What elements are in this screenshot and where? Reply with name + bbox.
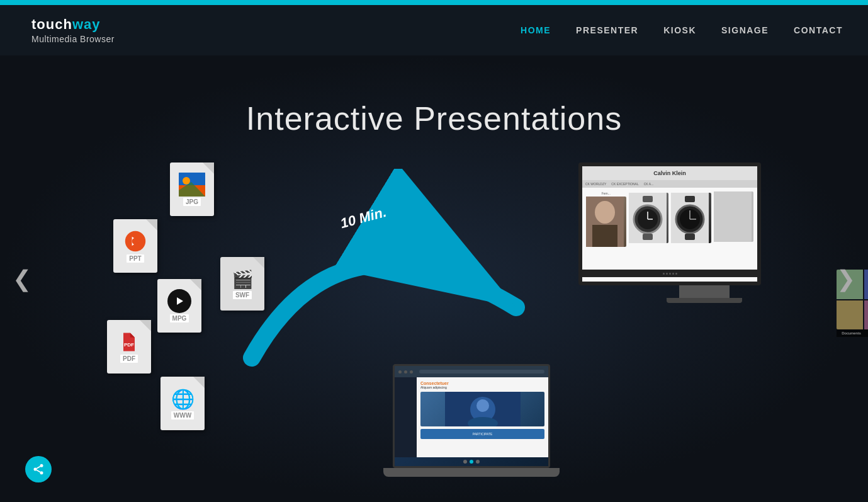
file-icon-ppt: PPT — [113, 219, 157, 273]
play-icon — [177, 297, 183, 305]
monitor-stand — [679, 285, 730, 298]
monitor-bottom-bar — [582, 270, 757, 277]
monitor-brand-header: Calvin Klein — [582, 166, 757, 180]
monitor-product-extra — [714, 191, 754, 266]
illustration-area: PPT JPG — [0, 150, 868, 502]
nav-presenter[interactable]: PRESENTER — [576, 25, 638, 35]
svg-rect-28 — [685, 234, 695, 240]
monitor-nav-item-1: CK WORLDZY — [583, 181, 608, 186]
site-header: touchway Multimedia Browser HOME PRESENT… — [0, 5, 868, 55]
monitor-mockup: Calvin Klein CK WORLDZY CK EXCEPTIONAL C… — [578, 163, 830, 303]
main-nav: HOME PRESENTER KIOSK SIGNAGE CONTACT — [521, 25, 843, 35]
monitor-content: Calvin Klein CK WORLDZY CK EXCEPTIONAL C… — [582, 166, 757, 282]
share-button[interactable] — [25, 456, 52, 482]
laptop-nav-dot-2 — [470, 460, 473, 464]
monitor-product-img-extra — [714, 191, 754, 242]
monitor-dot-2 — [666, 273, 668, 275]
svg-point-30 — [40, 464, 43, 467]
laptop-content-subtitle: Aliquam adipiscing — [420, 385, 544, 389]
svg-rect-21 — [643, 234, 653, 240]
laptop-dot-3 — [410, 370, 413, 374]
file-icon-mpg: MPG — [157, 279, 201, 333]
monitor-nav-item-2: CK EXCEPTIONAL — [609, 181, 640, 186]
logo[interactable]: touchway Multimedia Browser — [31, 16, 115, 44]
svg-rect-14 — [592, 225, 617, 247]
pdf-label: PDF — [120, 355, 138, 363]
www-label: WWW — [171, 411, 194, 419]
nav-contact[interactable]: CONTACT — [794, 25, 843, 35]
laptop-screen-content: Consectetuer Aliquam adipiscing — [395, 366, 548, 466]
top-accent-bar — [0, 0, 868, 5]
mpg-doc: MPG — [157, 279, 201, 333]
laptop-base — [383, 468, 560, 477]
thumbnail-labels: Documents Presentations Multimedia Websi… — [837, 329, 868, 337]
hero-title: Interactive Presentations — [246, 100, 622, 137]
svg-text:PDF: PDF — [124, 342, 134, 348]
monitor-product-img-watch2 — [671, 193, 711, 243]
logo-wordmark: touchway — [31, 16, 115, 33]
monitor-product-person: Fem... — [586, 191, 626, 266]
svg-rect-23 — [685, 196, 695, 202]
logo-touch: touch — [31, 16, 72, 32]
svg-point-1 — [132, 238, 139, 245]
monitor-product-img-watch1 — [629, 193, 669, 243]
thumb-label-documents: Documents — [842, 331, 860, 335]
mpg-label: MPG — [170, 314, 189, 322]
monitor-product-img-person — [586, 197, 626, 247]
laptop-mockup: Consectetuer Aliquam adipiscing — [383, 364, 560, 496]
ppt-label: PPT — [127, 254, 144, 263]
file-icon-www: 🌐 WWW — [161, 377, 205, 430]
prev-arrow-button[interactable]: ❮ — [13, 266, 31, 292]
svg-point-32 — [40, 471, 43, 474]
laptop-nav-dot-1 — [463, 460, 467, 464]
laptop-nav-dot-3 — [476, 460, 480, 464]
logo-subtitle: Multimedia Browser — [31, 34, 115, 44]
monitor-product-watch1 — [629, 191, 669, 266]
laptop-screen: Consectetuer Aliquam adipiscing — [393, 364, 550, 468]
svg-point-31 — [34, 468, 37, 471]
thumb-2 — [864, 270, 868, 299]
monitor-nav: CK WORLDZY CK EXCEPTIONAL CK A... — [582, 180, 757, 188]
monitor-screen: Calvin Klein CK WORLDZY CK EXCEPTIONAL C… — [578, 163, 761, 285]
pdf-doc: PDF PDF — [107, 320, 151, 374]
svg-rect-16 — [643, 196, 653, 202]
laptop-topbar — [395, 366, 548, 377]
hero-section: Interactive Presentations ❮ ❯ PPT — [0, 55, 868, 502]
nav-kiosk[interactable]: KIOSK — [663, 25, 696, 35]
laptop-body: Consectetuer Aliquam adipiscing — [395, 377, 548, 457]
monitor-dot-1 — [663, 273, 665, 275]
monitor-base — [667, 298, 742, 303]
jpg-preview — [179, 173, 205, 197]
next-arrow-button[interactable]: ❯ — [837, 266, 855, 292]
file-icon-jpg: JPG — [170, 163, 214, 216]
jpg-label: JPG — [183, 198, 201, 206]
laptop-dot-1 — [398, 370, 402, 374]
laptop-sidebar — [395, 377, 417, 457]
logo-way: way — [72, 16, 101, 32]
svg-point-11 — [476, 399, 489, 412]
monitor-product-label-1: Fem... — [602, 191, 611, 195]
svg-line-34 — [37, 466, 40, 468]
monitor-dot-3 — [669, 273, 671, 275]
monitor-nav-item-3: CK A... — [642, 181, 656, 186]
monitor-dot-5 — [675, 273, 677, 275]
laptop-content-title: Consectetuer — [420, 381, 544, 385]
globe-icon: 🌐 — [171, 388, 194, 410]
thumb-6 — [864, 300, 868, 330]
www-doc: 🌐 WWW — [161, 377, 205, 430]
laptop-image-area — [420, 392, 544, 426]
monitor-dot-4 — [672, 273, 674, 275]
laptop-nav-dots — [395, 457, 548, 466]
file-icon-pdf: PDF PDF — [107, 320, 151, 374]
ppt-doc: PPT — [113, 219, 157, 273]
svg-point-13 — [595, 201, 615, 224]
monitor-dots — [663, 273, 677, 275]
laptop-dot-2 — [404, 370, 407, 374]
nav-home[interactable]: HOME — [521, 25, 551, 35]
jpg-doc: JPG — [170, 163, 214, 216]
svg-line-33 — [37, 470, 40, 472]
nav-signage[interactable]: SIGNAGE — [721, 25, 769, 35]
svg-rect-29 — [714, 191, 752, 242]
svg-point-4 — [183, 177, 190, 185]
thumb-5 — [837, 300, 863, 330]
